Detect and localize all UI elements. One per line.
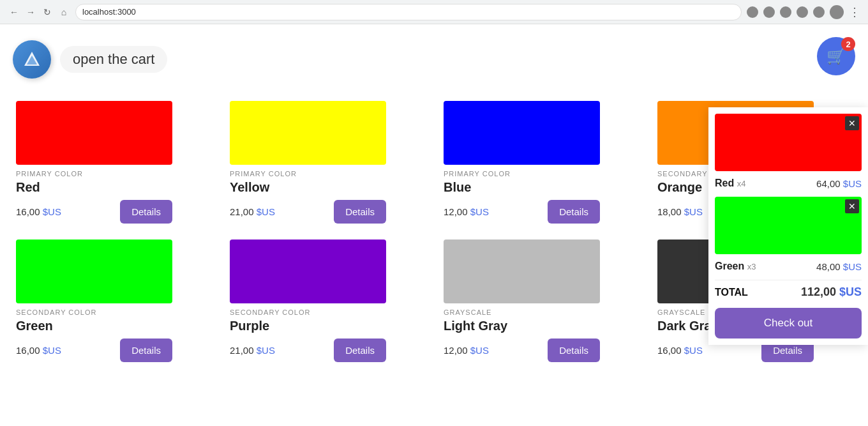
product-image-purple [230,240,386,303]
product-card-light-gray: GRAYSCALE Light Gray 12,00 $US Details [434,233,610,372]
product-card-yellow: PRIMARY COLOR Yellow 21,00 $US Details [220,95,396,233]
product-price-blue: 12,00 $US [444,206,489,217]
app-logo [13,40,51,79]
cart-item-green: ✕ [715,197,862,254]
product-footer-yellow: 21,00 $US Details [230,200,386,224]
extension-icon-3 [780,6,791,18]
product-price-light-gray: 12,00 $US [444,345,489,356]
product-price-orange: 18,00 $US [657,206,703,217]
product-image-light-gray [444,240,600,303]
product-price-red: 16,00 $US [16,206,61,217]
product-category-light-gray: GRAYSCALE [444,308,600,316]
cart-item-red-info: Red x4 64,00 $US [715,178,862,189]
product-name-red: Red [16,180,172,195]
details-button-purple[interactable]: Details [334,339,386,362]
product-image-blue [444,101,600,165]
cart-total-value: 112,00 $US [801,285,862,299]
product-image-yellow [230,101,386,165]
back-button[interactable]: ← [8,6,20,19]
home-button[interactable]: ⌂ [57,6,70,19]
cart-item-red-image [715,114,862,171]
browser-navigation: ← → ↻ ⌂ [8,6,70,19]
cart-item-green-info: Green x3 48,00 $US [715,261,862,272]
logo-area: open the cart [13,40,167,79]
extension-icon-4 [797,6,808,18]
cart-panel: ✕ Red x4 64,00 $US ✕ Green x3 48,00 $US [708,107,868,345]
product-category-purple: SECONDARY COLOR [230,308,386,316]
forward-button[interactable]: → [24,6,37,19]
cart-total-label: TOTAL [715,287,748,298]
cart-item-green-image [715,197,862,254]
product-card-green: SECONDARY COLOR Green 16,00 $US Details [6,233,182,372]
product-name-light-gray: Light Gray [444,319,600,333]
details-button-light-gray[interactable]: Details [548,339,600,362]
product-name-yellow: Yellow [230,180,386,195]
product-price-yellow: 21,00 $US [230,206,275,217]
cart-item-red-price: 64,00 $US [816,178,862,189]
product-name-purple: Purple [230,319,386,333]
cart-total-currency: $US [839,285,862,298]
product-image-green [16,240,172,303]
extension-icon-5 [813,6,825,18]
extension-icon-2 [763,6,775,18]
product-card-red: PRIMARY COLOR Red 16,00 $US Details [6,95,182,233]
cart-icon: 🛒 [827,47,846,65]
cart-total: TOTAL 112,00 $US [715,285,862,299]
extension-icon-1 [747,6,758,18]
product-price-dark-gray: 16,00 $US [657,345,703,356]
details-button-yellow[interactable]: Details [334,200,386,224]
menu-icon[interactable]: ⋮ [849,5,860,19]
app-container: open the cart 🛒 2 PRIMARY COLOR Red 16,0… [0,24,868,426]
product-name-blue: Blue [444,180,600,195]
cart-badge: 2 [841,37,855,51]
profile-icon [830,5,844,19]
url-text: localhost:3000 [82,7,136,17]
product-category-yellow: PRIMARY COLOR [230,170,386,178]
cart-item-green-close-button[interactable]: ✕ [845,199,859,213]
product-name-green: Green [16,319,172,333]
details-button-green[interactable]: Details [120,339,172,362]
browser-bar: ← → ↻ ⌂ localhost:3000 ⋮ [0,0,868,24]
checkout-button[interactable]: Check out [715,308,862,339]
reload-button[interactable]: ↻ [41,6,54,19]
product-price-green: 16,00 $US [16,345,61,356]
cart-item-green-qty: x3 [747,262,756,271]
product-category-blue: PRIMARY COLOR [444,170,600,178]
cart-item-green-name: Green [715,261,744,271]
product-card-blue: PRIMARY COLOR Blue 12,00 $US Details [434,95,610,233]
address-bar[interactable]: localhost:3000 [75,4,742,20]
cart-item-green-price: 48,00 $US [816,261,862,272]
product-image-red [16,101,172,165]
cart-item-red-close-button[interactable]: ✕ [845,116,859,130]
browser-icons: ⋮ [747,5,860,19]
product-category-green: SECONDARY COLOR [16,308,172,316]
cart-item-red-currency: $US [843,178,862,189]
cart-divider [715,280,862,280]
cart-item-red-name: Red [715,178,734,188]
product-card-purple: SECONDARY COLOR Purple 21,00 $US Details [220,233,396,372]
product-footer-blue: 12,00 $US Details [444,200,600,224]
product-footer-purple: 21,00 $US Details [230,339,386,362]
details-button-blue[interactable]: Details [548,200,600,224]
details-button-red[interactable]: Details [120,200,172,224]
product-category-red: PRIMARY COLOR [16,170,172,178]
product-price-purple: 21,00 $US [230,345,275,356]
product-footer-light-gray: 12,00 $US Details [444,339,600,362]
cart-item-red: ✕ [715,114,862,171]
cart-item-green-currency: $US [843,261,862,272]
cart-button[interactable]: 🛒 2 [817,37,855,75]
top-bar: open the cart 🛒 2 [0,24,868,95]
open-cart-label: open the cart [60,46,167,73]
product-footer-green: 16,00 $US Details [16,339,172,362]
product-footer-red: 16,00 $US Details [16,200,172,224]
cart-item-red-qty: x4 [737,179,746,188]
